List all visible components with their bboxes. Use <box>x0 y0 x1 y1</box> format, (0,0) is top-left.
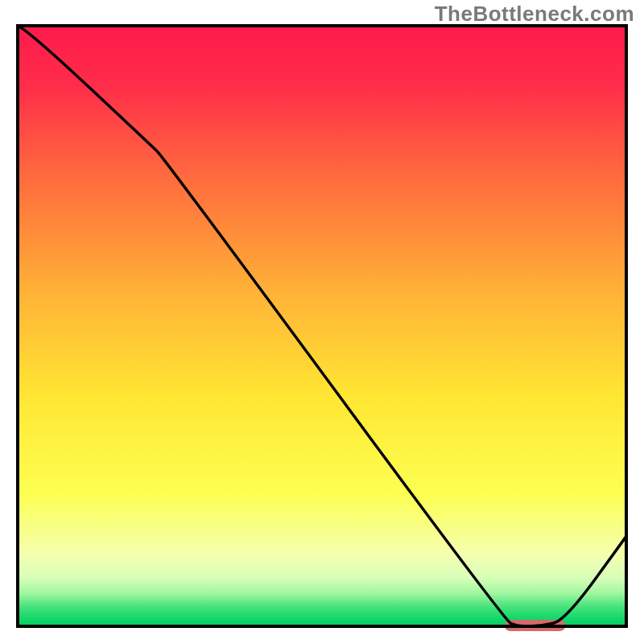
watermark-text: TheBottleneck.com <box>435 2 634 27</box>
plot-background <box>18 26 626 626</box>
chart-container: TheBottleneck.com <box>0 0 644 644</box>
bottleneck-chart <box>0 0 644 644</box>
